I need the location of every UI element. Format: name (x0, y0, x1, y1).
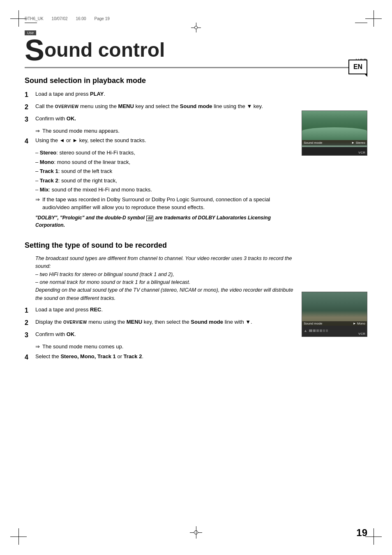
s2-result3-text: The sound mode menu comes up. (42, 343, 123, 351)
header-time: 16:00 (76, 16, 86, 21)
screen2-landscape (302, 292, 367, 326)
meter-bar6 (326, 329, 328, 332)
section1-step4: 4 Using the ◄ or ► key, select the sound… (25, 136, 293, 146)
meter-bar4 (320, 329, 322, 332)
section1-heading: Sound selection in playback mode (25, 76, 367, 85)
corner-mark-tr (365, 10, 382, 27)
sub-item-mix: – Mix: sound of the mixed Hi-Fi and mono… (35, 186, 293, 194)
screen1-label: Sound mode (304, 141, 322, 145)
corner-mark-tl (10, 10, 27, 27)
step1-content: Load a tape and press PLAY. (35, 90, 293, 100)
trademark-line: "DOLBY", "Prologic" and the double-D sym… (35, 214, 293, 229)
step3-content: Confirm with OK. (35, 115, 293, 124)
s2-step2-content: Display the overview menu using the MENU… (35, 318, 293, 328)
header-left-line (25, 23, 37, 23)
section2-heading: Setting the type of sound to be recorded (25, 241, 367, 250)
title-rest: ound control (44, 39, 165, 61)
s2-step3-number: 3 (25, 330, 35, 340)
section2-screen-col: ▲ Sound mode ► Mono VCR (302, 288, 367, 337)
screen1-value: ► Stereo (351, 141, 365, 145)
s2-step1-number: 1 (25, 306, 35, 315)
main-title: Sound control (25, 37, 165, 64)
screen1-vcr: VCR (358, 151, 365, 154)
meter-bar2 (313, 329, 316, 332)
section1-content-row: 1 Load a tape and press PLAY. 2 Call the… (25, 90, 367, 235)
page-header: DTH6_UK 10/07/02 16:00 Page 19 (25, 16, 367, 21)
section2-content-row: The broadcast sound types are different … (25, 255, 367, 365)
screen2-overlay: Sound mode ► Mono (302, 321, 367, 326)
section1-screen: Sound mode ► Stereo VCR (302, 111, 367, 156)
corner-mark-bl (10, 528, 27, 545)
page-number: 19 (356, 527, 367, 539)
title-big-s: S (25, 37, 44, 64)
section1-text-col: 1 Load a tape and press PLAY. 2 Call the… (25, 90, 293, 235)
section1: Sound selection in playback mode 1 Load … (25, 76, 367, 235)
center-crosshair-bottom (190, 526, 202, 539)
section1-screen-col: Sound mode ► Stereo VCR (302, 111, 367, 156)
s2-step4-number: 4 (25, 352, 35, 362)
header-code: DTH6_UK (25, 16, 44, 21)
section2-step4: 4 Select the Stereo, Mono, Track 1 or Tr… (25, 352, 293, 362)
screen2-label: Sound mode (304, 322, 322, 325)
meter-bar1 (309, 329, 312, 332)
sub-item-mono: – Mono: mono sound of the linear track, (35, 158, 293, 166)
section1-step1: 1 Load a tape and press PLAY. (25, 90, 293, 100)
result3-text: The sound mode menu appears. (42, 127, 120, 135)
meter-bar3 (316, 329, 319, 332)
s2-step4-content: Select the Stereo, Mono, Track 1 or Trac… (35, 352, 293, 362)
corner-mark-br (365, 528, 382, 545)
sub-item-stereo: – Stereo: stereo sound of the Hi-Fi trac… (35, 149, 293, 157)
screen2-meter: ▲ (302, 326, 367, 336)
dolby-result-text: If the tape was recorded in Dolby Surrou… (42, 196, 293, 212)
header-crosshair (191, 23, 201, 32)
step4-number: 4 (25, 136, 35, 146)
sub-item-track1: – Track 1: sound of the left track (35, 167, 293, 175)
step1-number: 1 (25, 90, 35, 100)
section2-step2: 2 Display the overview menu using the ME… (25, 318, 293, 328)
dolby-result: ⇒ If the tape was recorded in Dolby Surr… (35, 196, 293, 212)
arrow-icon-1: ⇒ (35, 127, 40, 135)
step2-content: Call the overview menu using the MENU ke… (35, 102, 293, 112)
header-right-line (355, 23, 367, 23)
section1-step2: 2 Call the overview menu using the MENU … (25, 102, 293, 112)
s2-step2-number: 2 (25, 318, 35, 328)
arrow-icon-2: ⇒ (35, 196, 40, 212)
header-date: 10/07/02 (52, 16, 68, 21)
section2-intro: The broadcast sound types are different … (35, 255, 293, 302)
title-bar: Sound control VCR (25, 37, 367, 68)
section2: Setting the type of sound to be recorded… (25, 241, 367, 365)
section2-step3: 3 Confirm with OK. (25, 330, 293, 340)
section2-text-col: The broadcast sound types are different … (25, 255, 293, 365)
section1-result3: ⇒ The sound mode menu appears. (35, 127, 293, 135)
section1-step3: 3 Confirm with OK. (25, 115, 293, 124)
dolby-symbol: dd (146, 216, 153, 221)
meter-icon: ▲ (304, 329, 307, 333)
header-page: Page 19 (95, 16, 110, 21)
step3-number: 3 (25, 115, 35, 124)
sub-item-track2: – Track 2: sound of the right track, (35, 177, 293, 185)
meter-bar5 (323, 329, 325, 332)
step4-content: Using the ◄ or ► key, select the sound t… (35, 136, 293, 146)
screen2-vcr: VCR (358, 332, 365, 336)
screen1-overlay: Sound mode ► Stereo (302, 140, 367, 145)
en-badge: EN (348, 60, 367, 74)
page-container: DTH6_UK 10/07/02 16:00 Page 19 EN Use So… (0, 0, 392, 555)
s2-step3-content: Confirm with OK. (35, 330, 293, 340)
section2-result3: ⇒ The sound mode menu comes up. (35, 343, 293, 351)
arrow-icon-3: ⇒ (35, 343, 40, 351)
screen2-value: ► Mono (353, 322, 365, 325)
section2-step1: 1 Load a tape and press REC. (25, 306, 293, 315)
step2-number: 2 (25, 102, 35, 112)
section2-screen: ▲ Sound mode ► Mono VCR (302, 292, 367, 337)
s2-step1-content: Load a tape and press REC. (35, 306, 293, 315)
